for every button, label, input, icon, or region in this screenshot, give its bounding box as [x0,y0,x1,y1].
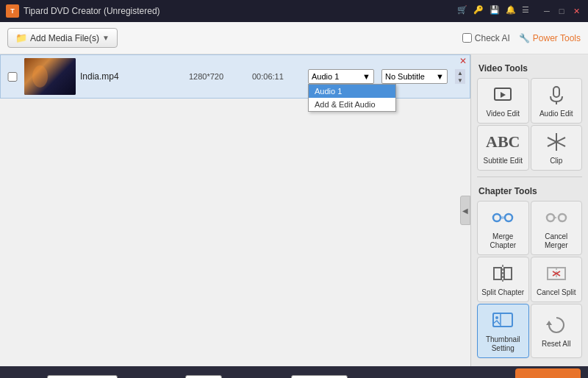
power-tools-button[interactable]: 🔧 Power Tools [519,33,581,43]
chapter-tools-grid: Merge Chapter Cancel Merger Split Chapte… [471,201,588,358]
file-resolution: 1280*720 [189,72,248,81]
right-sidebar: Video Tools Video Edit Audio Edit ABC Su… [470,54,588,366]
content-body [0,99,470,366]
video-tools-title: Video Tools [471,60,588,78]
subtitle-edit-icon: ABC [491,130,514,154]
bottom-bar: Disc Type DVD-5 (4.7G) Aspect Ratio: 16:… [0,366,588,378]
video-edit-button[interactable]: Video Edit [477,78,529,124]
audio-dropdown-popup: Audio 1 Add & Edit Audio [308,84,396,112]
audio-option-1[interactable]: Audio 1 [309,85,395,98]
collapse-icon: ◀ [462,207,468,215]
audio-selected: Audio 1 [312,72,339,81]
video-quality-select[interactable]: Fit to Disc [291,375,348,378]
audio-dropdown-container: Audio 1 ▼ Audio 1 Add & Edit Audio [308,69,374,84]
aspect-ratio-group: Aspect Ratio: 16:9 [132,375,221,378]
clip-button[interactable]: Clip [531,125,583,171]
cancel-split-button[interactable]: Cancel Split [531,257,583,302]
chapter-tools-title: Chapter Tools [471,183,588,201]
svg-point-9 [559,214,566,221]
app-title: Tipard DVD Creator (Unregistered) [24,6,160,16]
audio-dropdown-arrow: ▼ [362,72,370,81]
thumbnail-setting-icon [491,309,514,332]
subtitle-edit-button[interactable]: ABC Subtitle Edit [477,125,529,171]
reset-all-button[interactable]: Reset All [531,304,583,358]
svg-point-8 [547,214,554,221]
audio-edit-button[interactable]: Audio Edit [531,78,583,124]
sidebar-collapse-arrow[interactable]: ◀ [460,196,470,225]
spin-up[interactable]: ▲ [455,69,465,76]
subtitle-edit-label: Subtitle Edit [484,157,523,165]
app-icon: T [6,4,19,18]
cancel-split-icon [545,262,568,285]
close-button[interactable]: ✕ [570,5,582,17]
audio-edit-label: Audio Edit [539,110,573,118]
file-checkbox[interactable] [5,72,20,82]
titlebar: T Tipard DVD Creator (Unregistered) 🛒 🔑 … [0,0,588,22]
file-row: ✕ India.mp4 1280*720 00:06:11 Audio 1 ▼ … [0,54,470,99]
next-button[interactable]: Next [515,368,581,378]
reset-all-icon [545,313,568,337]
thumbnail-setting-label: Thumbnail Setting [481,335,526,353]
disc-type-select[interactable]: DVD-5 (4.7G) [47,375,118,378]
maximize-button[interactable]: □ [556,5,567,17]
check-ai-label[interactable]: Check AI [462,33,510,43]
add-media-dropdown-arrow[interactable]: ▼ [102,34,110,42]
svg-point-7 [505,214,512,221]
file-name: India.mp4 [80,71,184,82]
file-duration: 00:06:11 [252,72,304,81]
clip-icon [545,130,568,154]
video-edit-icon [491,83,514,107]
spin-down[interactable]: ▼ [455,76,465,84]
cancel-merger-label: Cancel Merger [534,232,579,250]
merge-chapter-button[interactable]: Merge Chapter [477,201,529,255]
file-close-button[interactable]: ✕ [459,57,467,65]
audio-dropdown[interactable]: Audio 1 ▼ [308,69,374,84]
row-spinner: ▲ ▼ [455,69,465,84]
main-toolbar: 📁 Add Media File(s) ▼ Check AI 🔧 Power T… [0,22,588,54]
svg-point-6 [493,214,501,221]
audio-edit-icon [545,83,568,107]
wrench-icon: 🔧 [519,33,530,43]
merge-chapter-icon [491,206,514,229]
tools-divider [477,176,582,177]
subtitle-dropdown-arrow: ▼ [436,72,444,81]
subtitle-dropdown-container: No Subtitle ▼ [381,69,448,84]
svg-marker-11 [494,268,501,279]
subtitle-selected: No Subtitle [385,72,425,81]
minimize-button[interactable]: ─ [541,5,553,17]
add-media-label: Add Media File(s) [30,33,99,43]
add-media-button[interactable]: 📁 Add Media File(s) ▼ [7,28,118,48]
svg-rect-18 [493,313,512,327]
toolbar-right: Check AI 🔧 Power Tools [462,33,581,43]
video-quality-group: Video Quality: Fit to Disc [237,375,348,378]
thumbnail-setting-button[interactable]: Thumbnail Setting [477,304,529,358]
add-icon: 📁 [15,32,27,43]
subtitle-dropdown[interactable]: No Subtitle ▼ [381,69,448,84]
cancel-merger-icon [545,206,568,229]
svg-marker-21 [546,321,552,325]
disc-type-group: Disc Type DVD-5 (4.7G) [7,375,118,378]
aspect-ratio-select[interactable]: 16:9 [185,375,222,378]
video-edit-label: Video Edit [487,110,520,118]
reset-all-label: Reset All [542,340,570,349]
cancel-split-label: Cancel Split [537,288,576,297]
main-area: ✕ India.mp4 1280*720 00:06:11 Audio 1 ▼ … [0,54,588,366]
content-area: ✕ India.mp4 1280*720 00:06:11 Audio 1 ▼ … [0,54,470,366]
merge-chapter-label: Merge Chapter [481,232,526,250]
cancel-merger-button[interactable]: Cancel Merger [531,201,583,255]
split-chapter-icon [491,262,514,285]
svg-point-20 [495,316,498,319]
split-chapter-button[interactable]: Split Chapter [477,257,529,302]
file-thumbnail [24,58,76,95]
bottom-controls: Disc Type DVD-5 (4.7G) Aspect Ratio: 16:… [7,368,581,378]
clip-label: Clip [550,157,562,165]
split-chapter-label: Split Chapter [481,288,524,297]
svg-marker-12 [504,268,512,279]
svg-rect-1 [553,87,559,97]
check-ai-checkbox[interactable] [462,33,472,43]
window-controls: 🛒 🔑 💾 🔔 ☰ ─ □ ✕ [457,5,582,17]
video-tools-grid: Video Edit Audio Edit ABC Subtitle Edit … [471,78,588,171]
audio-option-add-edit[interactable]: Add & Edit Audio [309,98,395,111]
